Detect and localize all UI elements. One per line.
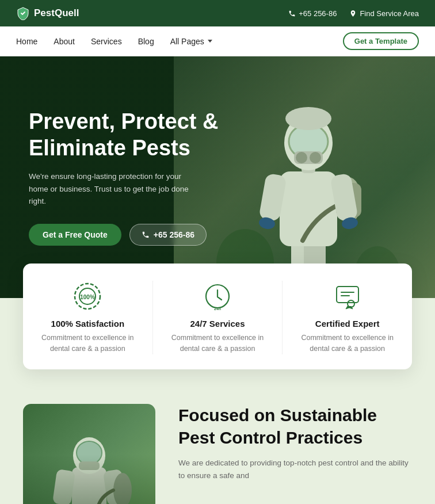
section-para: We are dedicated to providing top-notch … — [178, 457, 412, 483]
svg-text:24h: 24h — [214, 307, 221, 311]
feature-certified: Certified Expert Commitment to excellenc… — [283, 281, 412, 354]
hero-buttons: Get a Free Quote +65 256-86 — [29, 224, 247, 246]
nav-link-blog[interactable]: Blog — [138, 37, 154, 46]
phone-number: +65 256-86 — [299, 9, 337, 18]
features-card: 100% 100% Satisfaction Commitment to exc… — [23, 264, 412, 369]
nav-item-home[interactable]: Home — [16, 36, 37, 47]
feature-satisfaction: 100% 100% Satisfaction Commitment to exc… — [23, 281, 153, 354]
nav-link-home[interactable]: Home — [16, 37, 37, 46]
certificate-icon — [332, 281, 363, 312]
hero-section: Prevent, Protect & Eliminate Pests We're… — [0, 56, 435, 298]
clock-icon: 24h — [202, 281, 233, 312]
nav-link-all-pages[interactable]: All Pages — [170, 37, 212, 46]
page-wrapper: PestQuell +65 256-86 Find Service Area H… — [0, 0, 435, 504]
hero-subtitle: We're ensure long-lasting protection for… — [29, 170, 201, 208]
svg-text:100%: 100% — [81, 294, 96, 300]
svg-point-16 — [285, 107, 331, 130]
svg-point-14 — [296, 152, 307, 163]
section-image-inner — [23, 404, 155, 505]
nav-link-services[interactable]: Services — [91, 37, 122, 46]
feature-satisfaction-desc: Commitment to excellence in dental care … — [35, 333, 141, 354]
svg-point-15 — [310, 152, 321, 163]
top-bar: PestQuell +65 256-86 Find Service Area — [0, 0, 435, 26]
satisfaction-icon: 100% — [72, 281, 103, 312]
top-bar-right: +65 256-86 Find Service Area — [288, 9, 419, 18]
phone-icon-hero — [142, 231, 150, 239]
feature-services-title: 24/7 Services — [165, 319, 271, 329]
phone-icon — [288, 10, 296, 17]
feature-certified-desc: Commitment to excellence in dental care … — [294, 333, 400, 354]
hero-content: Prevent, Protect & Eliminate Pests We're… — [0, 109, 276, 246]
location-icon — [349, 10, 357, 17]
feature-services: 24h 24/7 Services Commitment to excellen… — [153, 281, 283, 354]
nav-item-all-pages[interactable]: All Pages — [170, 37, 212, 46]
call-button[interactable]: +65 256-86 — [129, 224, 207, 246]
section-main: Focused on Sustainable Pest Control Prac… — [0, 369, 435, 505]
call-number: +65 256-86 — [154, 230, 194, 239]
feature-satisfaction-title: 100% Satisfaction — [35, 319, 141, 329]
shield-icon — [16, 6, 30, 20]
nav-item-blog[interactable]: Blog — [138, 36, 154, 47]
feature-services-desc: Commitment to excellence in dental care … — [165, 333, 271, 354]
find-service-area-label: Find Service Area — [360, 9, 419, 18]
find-service-area-link[interactable]: Find Service Area — [349, 9, 419, 18]
hero-title: Prevent, Protect & Eliminate Pests — [29, 109, 247, 161]
nav-links: Home About Services Blog All Pages — [16, 36, 212, 47]
nav-bar: Home About Services Blog All Pages Get a… — [0, 26, 435, 56]
logo-text: PestQuell — [34, 7, 79, 19]
section-text: Focused on Sustainable Pest Control Prac… — [178, 404, 412, 483]
section-heading: Focused on Sustainable Pest Control Prac… — [178, 404, 412, 449]
svg-rect-24 — [337, 287, 358, 303]
chevron-down-icon — [208, 40, 212, 43]
feature-certified-title: Certified Expert — [294, 319, 400, 329]
section-image — [23, 404, 155, 505]
section-image-overlay — [23, 455, 155, 505]
get-template-button[interactable]: Get a Template — [343, 32, 419, 50]
get-free-quote-button[interactable]: Get a Free Quote — [29, 224, 121, 246]
nav-item-services[interactable]: Services — [91, 36, 122, 47]
nav-link-about[interactable]: About — [54, 37, 75, 46]
nav-item-about[interactable]: About — [54, 36, 75, 47]
phone-link[interactable]: +65 256-86 — [288, 9, 337, 18]
logo[interactable]: PestQuell — [16, 6, 79, 20]
